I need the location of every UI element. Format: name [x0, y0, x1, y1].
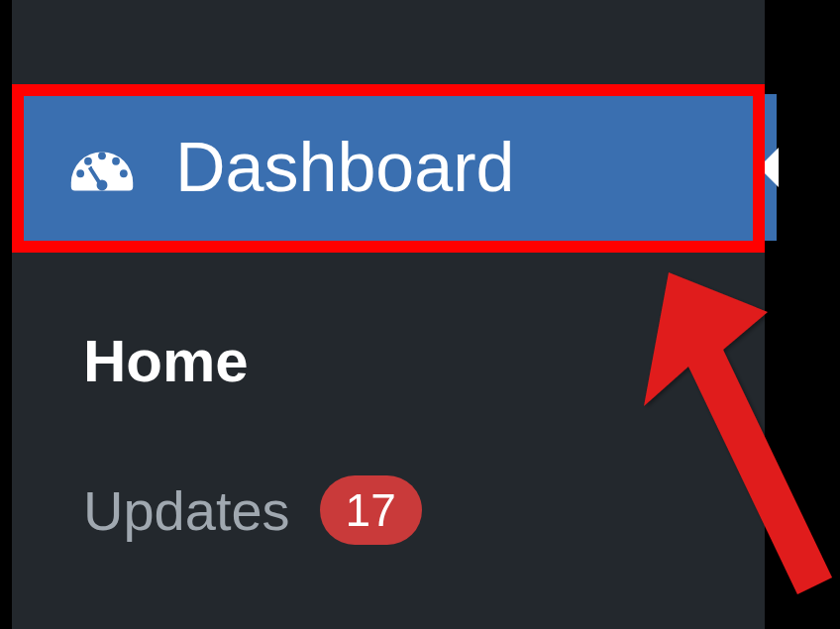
- svg-point-4: [120, 169, 128, 177]
- menu-item-updates[interactable]: Updates 17: [24, 456, 777, 565]
- updates-count-badge: 17: [320, 475, 422, 545]
- svg-point-1: [84, 157, 92, 165]
- sidebar: Dashboard Home Updates 17: [12, 0, 765, 629]
- svg-point-2: [98, 152, 106, 159]
- svg-point-5: [97, 179, 108, 190]
- active-indicator-icon: [759, 148, 779, 187]
- menu-item-home[interactable]: Home: [24, 307, 777, 415]
- updates-label: Updates: [83, 478, 290, 543]
- home-label: Home: [83, 328, 249, 394]
- dashboard-gauge-icon: [63, 129, 141, 206]
- menu-item-dashboard[interactable]: Dashboard: [24, 94, 777, 241]
- dashboard-label: Dashboard: [175, 128, 514, 207]
- svg-point-0: [76, 169, 84, 177]
- svg-point-3: [112, 157, 120, 165]
